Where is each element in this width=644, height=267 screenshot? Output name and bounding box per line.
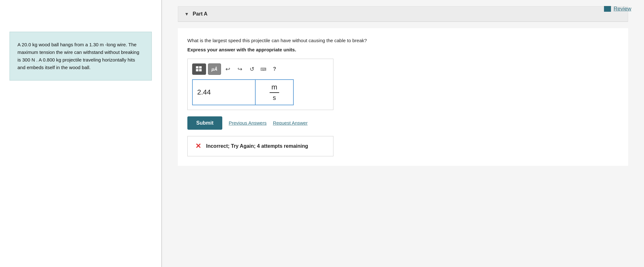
units-fraction: m s xyxy=(270,83,279,101)
math-toolbar: μÅ ↩ ↪ ↺ ⌨ ? xyxy=(192,63,329,75)
undo-icon: ↩ xyxy=(225,66,230,73)
units-numerator: m xyxy=(272,83,277,91)
submit-row: Submit Previous Answers Request Answer xyxy=(187,116,619,130)
svg-rect-1 xyxy=(199,66,202,68)
redo-icon: ↪ xyxy=(238,66,242,73)
question-text: What is the largest speed this projectil… xyxy=(187,38,619,43)
units-fraction-bar xyxy=(270,92,279,93)
keyboard-icon: ⌨ xyxy=(260,67,266,72)
left-panel: A 20.0 kg wood ball hangs from a 1.30 m … xyxy=(0,0,162,267)
matrix-button[interactable] xyxy=(192,63,206,75)
part-a-header: ▼ Part A xyxy=(178,7,628,22)
svg-rect-0 xyxy=(196,66,198,68)
units-box: m s xyxy=(256,79,294,105)
help-button[interactable]: ? xyxy=(270,63,280,75)
request-answer-button[interactable]: Request Answer xyxy=(273,120,307,126)
chevron-down-icon: ▼ xyxy=(184,11,189,16)
problem-statement: A 20.0 kg wood ball hangs from a 1.30 m … xyxy=(10,32,152,81)
mu-icon: μÅ xyxy=(211,67,218,72)
right-panel: ▼ Part A What is the largest speed this … xyxy=(162,0,644,267)
matrix-icon xyxy=(196,66,203,73)
error-icon: ✕ xyxy=(195,142,201,150)
part-a-section: ▼ Part A xyxy=(178,6,628,22)
part-a-title: Part A xyxy=(193,11,208,17)
units-denominator: s xyxy=(273,94,276,101)
error-message: Incorrect; Try Again; 4 attempts remaini… xyxy=(206,143,308,149)
review-link[interactable]: Review xyxy=(614,6,631,12)
reset-icon: ↺ xyxy=(250,66,254,73)
input-row: m s xyxy=(192,79,329,105)
undo-button[interactable]: ↩ xyxy=(223,63,233,75)
keyboard-button[interactable]: ⌨ xyxy=(259,63,268,75)
svg-rect-2 xyxy=(196,69,198,71)
reset-button[interactable]: ↺ xyxy=(247,63,257,75)
mu-button[interactable]: μÅ xyxy=(208,63,221,75)
answer-input[interactable] xyxy=(192,79,256,105)
error-box: ✕ Incorrect; Try Again; 4 attempts remai… xyxy=(187,136,333,156)
redo-button[interactable]: ↪ xyxy=(235,63,245,75)
review-icon xyxy=(604,6,611,12)
help-icon: ? xyxy=(273,66,276,72)
answer-area: μÅ ↩ ↪ ↺ ⌨ ? xyxy=(187,59,333,110)
answer-instruction: Express your answer with the appropriate… xyxy=(187,47,619,52)
previous-answers-button[interactable]: Previous Answers xyxy=(229,120,266,126)
submit-button[interactable]: Submit xyxy=(187,116,222,130)
part-a-content: What is the largest speed this projectil… xyxy=(178,28,628,166)
svg-rect-3 xyxy=(199,69,202,71)
